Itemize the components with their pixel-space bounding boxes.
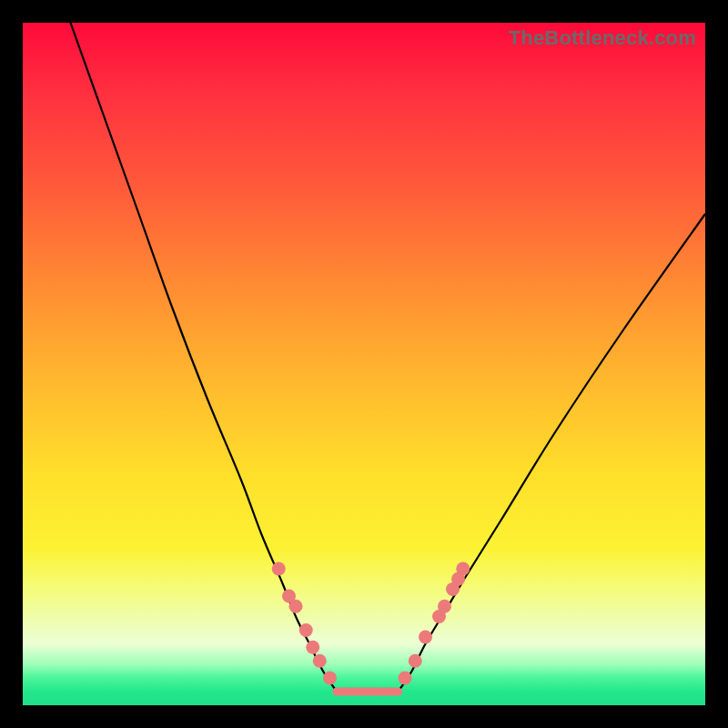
scatter-right — [399, 562, 470, 685]
chart-frame: TheBottleneck.com — [0, 0, 728, 728]
data-point — [438, 600, 451, 613]
data-point — [289, 600, 303, 613]
plot-area: TheBottleneck.com — [23, 23, 705, 705]
data-point — [272, 562, 286, 576]
data-point — [399, 672, 412, 685]
data-point — [456, 562, 470, 576]
data-point — [306, 641, 319, 654]
chart-svg — [23, 23, 705, 705]
data-point — [409, 654, 422, 668]
data-point — [299, 623, 313, 637]
curve-left — [71, 23, 338, 692]
data-point — [419, 631, 432, 644]
data-point — [313, 654, 327, 668]
data-point — [323, 672, 337, 685]
